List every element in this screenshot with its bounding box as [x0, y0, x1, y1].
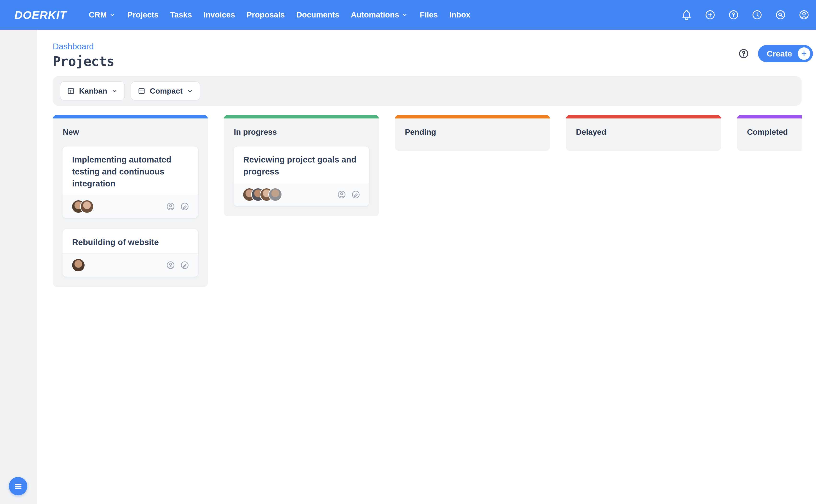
nav-item-tasks[interactable]: Tasks	[170, 10, 192, 19]
project-card-title: Implementing automated testing and conti…	[62, 146, 198, 195]
project-card[interactable]: Reviewing project goals and progress	[233, 146, 369, 206]
column-label: Delayed	[566, 118, 721, 151]
assignee-avatars	[72, 259, 85, 271]
assignee-avatars	[72, 200, 93, 213]
nav-item-label: Inbox	[449, 10, 470, 19]
keyhole-icon[interactable]	[728, 9, 739, 21]
view-selector-label: Kanban	[79, 87, 107, 95]
project-card-footer	[62, 195, 198, 218]
nav-item-label: Invoices	[203, 10, 235, 19]
project-card[interactable]: Rebuilding of website	[62, 229, 198, 277]
nav-item-label: Projects	[127, 10, 158, 19]
project-card-footer	[234, 183, 369, 206]
card-actions	[166, 260, 189, 270]
assign-user-icon[interactable]	[166, 260, 175, 270]
app-logo[interactable]: DOERKIT	[14, 8, 67, 22]
column-pending: Pending	[395, 115, 550, 151]
edit-pencil-icon[interactable]	[180, 260, 189, 270]
column-label: In progress	[224, 118, 379, 145]
chevron-down-icon	[109, 11, 116, 18]
left-sidebar	[0, 30, 37, 504]
view-selector-dropdown[interactable]: Kanban	[60, 81, 125, 101]
edit-pencil-icon[interactable]	[180, 202, 189, 211]
nav-item-label: Files	[420, 10, 438, 19]
nav-icon-buttons	[681, 9, 810, 21]
page-header: Dashboard Projects Create	[53, 42, 813, 69]
column-color-bar	[53, 115, 208, 118]
nav-item-crm[interactable]: CRM	[89, 10, 116, 19]
page-titles: Dashboard Projects	[53, 42, 114, 69]
view-toolbar: Kanban Compact	[53, 76, 802, 106]
column-cards: Implementing automated testing and conti…	[53, 145, 208, 287]
plus-icon	[798, 47, 810, 60]
kanban-board: NewImplementing automated testing and co…	[53, 115, 802, 287]
column-in-progress: In progressReviewing project goals and p…	[224, 115, 379, 216]
column-color-bar	[566, 115, 721, 118]
header-actions: Create	[738, 45, 813, 62]
nav-item-label: Proposals	[247, 10, 285, 19]
column-color-bar	[224, 115, 379, 118]
assign-user-icon[interactable]	[337, 190, 346, 199]
nav-item-label: CRM	[89, 10, 107, 19]
column-cards: Reviewing project goals and progress	[224, 145, 379, 216]
column-color-bar	[737, 115, 802, 118]
column-label: Completed	[737, 118, 802, 151]
density-selector-label: Compact	[150, 87, 182, 95]
nav-item-label: Documents	[296, 10, 340, 19]
nav-item-projects[interactable]: Projects	[127, 10, 158, 19]
create-button-label: Create	[767, 49, 792, 58]
compact-layout-icon	[137, 87, 146, 95]
nav-item-inbox[interactable]: Inbox	[449, 10, 470, 19]
bell-icon[interactable]	[681, 9, 692, 21]
avatar	[72, 259, 85, 271]
page-title: Projects	[53, 54, 114, 69]
user-circle-icon[interactable]	[798, 9, 810, 21]
help-icon[interactable]	[738, 48, 749, 59]
plus-circle-icon[interactable]	[704, 9, 716, 21]
nav-item-label: Automations	[351, 10, 399, 19]
project-card-footer	[62, 253, 198, 277]
column-label: New	[53, 118, 208, 145]
app-shell: Dashboard Projects Create Kanban Compact	[0, 30, 816, 504]
nav-menu: CRMProjectsTasksInvoicesProposalsDocumen…	[89, 10, 470, 19]
project-card[interactable]: Implementing automated testing and conti…	[62, 146, 198, 218]
chevron-down-icon	[111, 87, 118, 95]
nav-item-invoices[interactable]: Invoices	[203, 10, 235, 19]
kanban-layout-icon	[67, 87, 75, 95]
avatar	[81, 200, 93, 213]
nav-item-documents[interactable]: Documents	[296, 10, 340, 19]
card-actions	[337, 190, 361, 199]
nav-item-label: Tasks	[170, 10, 192, 19]
nav-item-automations[interactable]: Automations	[351, 10, 408, 19]
chevron-down-icon	[401, 11, 408, 18]
nav-item-files[interactable]: Files	[420, 10, 438, 19]
create-button[interactable]: Create	[758, 45, 813, 62]
avatar	[269, 188, 282, 201]
breadcrumb[interactable]: Dashboard	[53, 42, 94, 51]
card-actions	[166, 202, 189, 211]
main-content: Dashboard Projects Create Kanban Compact	[37, 30, 816, 504]
column-new: NewImplementing automated testing and co…	[53, 115, 208, 287]
column-label: Pending	[395, 118, 550, 151]
assignee-avatars	[243, 188, 282, 201]
density-selector-dropdown[interactable]: Compact	[130, 81, 200, 101]
menu-fab-button[interactable]	[9, 477, 27, 495]
column-delayed: Delayed	[566, 115, 721, 151]
nav-item-proposals[interactable]: Proposals	[247, 10, 285, 19]
edit-pencil-icon[interactable]	[351, 190, 361, 199]
project-card-title: Reviewing project goals and progress	[234, 146, 369, 183]
project-card-title: Rebuilding of website	[62, 229, 198, 253]
column-completed: Completed	[737, 115, 802, 151]
top-navigation: DOERKIT CRMProjectsTasksInvoicesProposal…	[0, 0, 816, 30]
chevron-down-icon	[186, 87, 193, 95]
clock-icon[interactable]	[751, 9, 763, 21]
column-color-bar	[395, 115, 550, 118]
assign-user-icon[interactable]	[166, 202, 175, 211]
search-icon[interactable]	[775, 9, 786, 21]
